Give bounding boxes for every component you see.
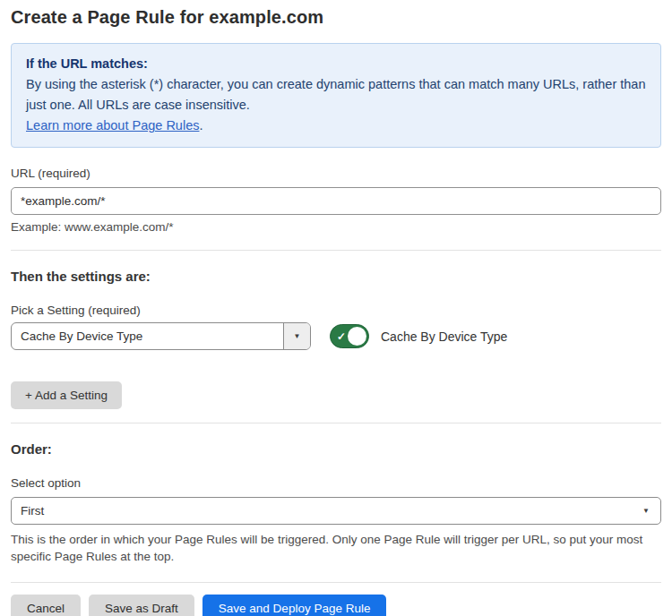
learn-more-link[interactable]: Learn more about Page Rules: [26, 118, 199, 133]
order-select-label: Select option: [11, 476, 661, 490]
page-rule-form: Create a Page Rule for example.com If th…: [0, 0, 672, 616]
order-select[interactable]: First ▼: [11, 497, 661, 525]
page-title: Create a Page Rule for example.com: [11, 7, 661, 28]
setting-select[interactable]: Cache By Device Type ▼: [11, 322, 311, 350]
cache-device-toggle[interactable]: ✓: [330, 324, 369, 348]
divider: [11, 582, 661, 583]
link-suffix: .: [199, 118, 202, 133]
footer-actions: Cancel Save as Draft Save and Deploy Pag…: [11, 595, 661, 616]
check-icon: ✓: [337, 331, 346, 342]
url-example-helper: Example: www.example.com/*: [11, 220, 661, 234]
settings-section-heading: Then the settings are:: [11, 269, 661, 284]
pick-setting-label: Pick a Setting (required): [11, 304, 661, 317]
setting-select-value: Cache By Device Type: [12, 323, 283, 349]
url-field-label: URL (required): [11, 167, 661, 180]
info-box-heading: If the URL matches:: [26, 54, 646, 74]
info-box-link-line: Learn more about Page Rules.: [26, 116, 646, 136]
setting-picker-row: Cache By Device Type ▼ ✓ Cache By Device…: [11, 322, 661, 350]
order-helper-text: This is the order in which your Page Rul…: [11, 531, 661, 565]
info-box-body: By using the asterisk (*) character, you…: [26, 74, 646, 116]
setting-select-arrow-button[interactable]: ▼: [283, 323, 310, 349]
add-setting-button[interactable]: + Add a Setting: [11, 381, 122, 409]
toggle-knob: [348, 327, 366, 346]
chevron-down-icon: ▼: [642, 507, 650, 515]
divider: [11, 423, 661, 424]
save-as-draft-button[interactable]: Save as Draft: [89, 595, 194, 616]
toggle-label: Cache By Device Type: [381, 329, 507, 344]
order-section-heading: Order:: [11, 441, 661, 457]
save-and-deploy-button[interactable]: Save and Deploy Page Rule: [202, 595, 387, 616]
url-match-info-box: If the URL matches: By using the asteris…: [11, 43, 661, 148]
cancel-button[interactable]: Cancel: [11, 595, 81, 616]
order-select-value: First: [21, 504, 44, 518]
url-input[interactable]: [11, 187, 661, 215]
chevron-down-icon: ▼: [294, 332, 301, 340]
divider: [11, 250, 661, 251]
cache-device-toggle-group: ✓ Cache By Device Type: [330, 324, 507, 348]
